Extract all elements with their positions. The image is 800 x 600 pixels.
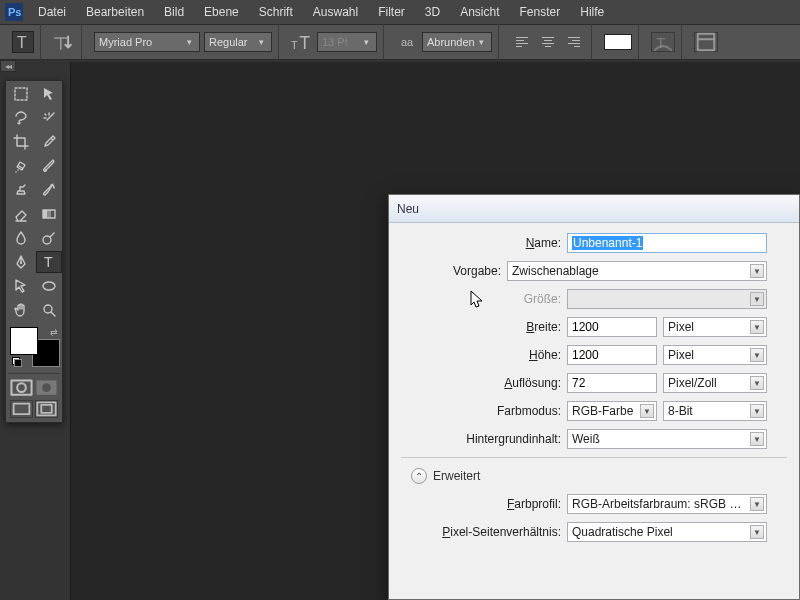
menu-bild[interactable]: Bild [154,0,194,24]
resolution-unit-dropdown[interactable]: Pixel/Zoll ▼ [663,373,767,393]
standard-mode-button[interactable] [10,378,33,398]
swap-colors-icon[interactable]: ⇄ [50,327,58,337]
colorprofile-value: RGB-Arbeitsfarbraum: sRGB IEC619... [572,497,742,511]
text-color-swatch[interactable] [604,34,632,50]
eyedropper-tool[interactable] [36,131,62,153]
name-input[interactable]: Unbenannt-1 [567,233,767,253]
colorprofile-label: Farbprofil: [401,497,561,511]
menu-ebene[interactable]: Ebene [194,0,249,24]
zoom-tool[interactable] [36,299,62,321]
ellipse-shape-tool[interactable] [36,275,62,297]
advanced-label: Erweitert [433,469,480,483]
svg-point-11 [17,169,19,171]
chevron-down-icon: ▼ [750,497,764,511]
height-unit-dropdown[interactable]: Pixel ▼ [663,345,767,365]
svg-text:T: T [291,39,298,51]
width-unit-dropdown[interactable]: Pixel ▼ [663,317,767,337]
dodge-tool[interactable] [36,227,62,249]
menu-schrift[interactable]: Schrift [249,0,303,24]
path-select-tool[interactable] [8,275,34,297]
pixelaspect-dropdown[interactable]: Quadratische Pixel ▼ [567,522,767,542]
chevron-down-icon: ▼ [750,376,764,390]
pen-tool[interactable] [8,251,34,273]
pixelaspect-label: Pixel-Seitenverhältnis: [401,525,561,539]
bgcontent-label: Hintergrundinhalt: [401,432,561,446]
clone-stamp-tool[interactable] [8,179,34,201]
current-tool-indicator[interactable]: T [12,31,34,53]
marquee-tool[interactable] [8,83,34,105]
menu-3d[interactable]: 3D [415,0,450,24]
bitdepth-dropdown[interactable]: 8-Bit ▼ [663,401,767,421]
colormode-dropdown[interactable]: RGB-Farbe ▼ [567,401,657,421]
preset-dropdown[interactable]: Zwischenablage ▼ [507,261,767,281]
bitdepth-value: 8-Bit [668,404,693,418]
dialog-title-bar[interactable]: Neu [389,195,799,223]
dialog-title: Neu [397,202,419,216]
font-family-dropdown[interactable]: Myriad Pro ▾ [94,32,200,52]
crop-tool[interactable] [8,131,34,153]
bgcontent-dropdown[interactable]: Weiß ▼ [567,429,767,449]
colormode-label: Farbmodus: [401,404,561,418]
lasso-tool[interactable] [8,107,34,129]
chevron-down-icon: ▼ [640,404,654,418]
options-bar: T 丅 Myriad Pro ▾ Regular ▾ TT 13 Pt ▾ aa… [0,24,800,60]
pixelaspect-value: Quadratische Pixel [572,525,673,539]
chevron-down-icon: ▼ [750,320,764,334]
default-colors-icon[interactable] [12,357,22,367]
eraser-tool[interactable] [8,203,34,225]
spot-heal-tool[interactable] [8,155,34,177]
warp-text-button[interactable]: T [651,32,675,52]
menu-auswahl[interactable]: Auswahl [303,0,368,24]
svg-text:T: T [44,254,53,270]
chevron-down-icon: ▾ [255,37,267,47]
align-left-button[interactable] [511,33,533,51]
screen-mode-alt-button[interactable] [35,400,58,418]
align-right-button[interactable] [563,33,585,51]
quickmask-mode-button[interactable] [35,378,58,398]
svg-text:T: T [299,33,310,53]
screen-mode-button[interactable] [10,400,33,418]
menu-ansicht[interactable]: Ansicht [450,0,509,24]
font-size-value: 13 Pt [322,36,360,48]
brush-tool[interactable] [36,155,62,177]
type-tool[interactable]: T [36,251,62,273]
menu-fenster[interactable]: Fenster [510,0,571,24]
new-document-dialog: Neu Name: Unbenannt-1 Vorgabe: Zwischena… [388,194,800,600]
height-input[interactable] [567,345,657,365]
gradient-tool[interactable] [36,203,62,225]
colorprofile-dropdown[interactable]: RGB-Arbeitsfarbraum: sRGB IEC619... ▼ [567,494,767,514]
advanced-toggle[interactable]: ⌃ [411,468,427,484]
magic-wand-tool[interactable] [36,107,62,129]
history-brush-tool[interactable] [36,179,62,201]
move-tool[interactable] [36,83,62,105]
svg-point-10 [52,115,53,116]
font-style-dropdown[interactable]: Regular ▾ [204,32,272,52]
svg-rect-14 [43,210,47,218]
font-style-value: Regular [209,36,255,48]
align-center-button[interactable] [537,33,559,51]
bgcontent-value: Weiß [572,432,600,446]
menu-bearbeiten[interactable]: Bearbeiten [76,0,154,24]
resolution-input[interactable] [567,373,657,393]
font-size-dropdown[interactable]: 13 Pt ▾ [317,32,377,52]
foreground-color-swatch[interactable] [10,327,38,355]
text-orientation-toggle[interactable]: 丅 [53,31,75,53]
panel-expand-tab[interactable]: ◂◂ [0,60,16,72]
chevron-down-icon: ▾ [183,37,195,47]
chevron-down-icon: ▼ [750,525,764,539]
hand-tool[interactable] [8,299,34,321]
antialias-dropdown[interactable]: Abrunden ▾ [422,32,492,52]
svg-text:丅: 丅 [54,36,68,51]
width-input[interactable] [567,317,657,337]
color-swatches: ⇄ [8,325,62,369]
app-logo: Ps [0,0,28,24]
preset-value: Zwischenablage [512,264,599,278]
blur-tool[interactable] [8,227,34,249]
svg-point-17 [20,262,22,264]
character-panel-toggle[interactable] [694,32,718,52]
menu-hilfe[interactable]: Hilfe [570,0,614,24]
menu-datei[interactable]: Datei [28,0,76,24]
preset-label: Vorgabe: [401,264,501,278]
menu-filter[interactable]: Filter [368,0,415,24]
name-label: Name: [401,236,561,250]
